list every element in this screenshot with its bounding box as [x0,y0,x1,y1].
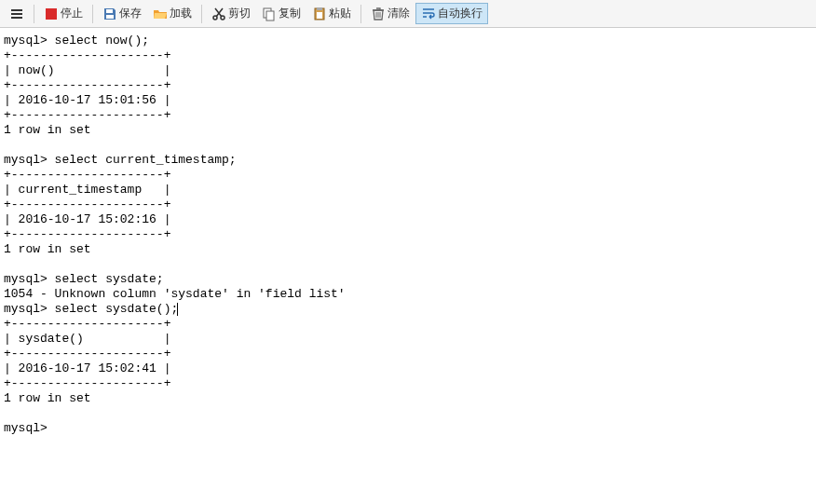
console-line: | 2016-10-17 15:02:41 | [4,361,170,375]
console-line: | current_timestamp | [4,183,170,197]
console-line: mysql> select sysdate(); [4,302,178,316]
console-line: +---------------------+ [4,227,170,241]
console-line: +---------------------+ [4,376,170,390]
console-line: +---------------------+ [4,168,170,182]
separator [34,5,34,23]
paste-icon [312,7,327,21]
separator [92,5,93,23]
cut-label: 剪切 [228,6,251,21]
trash-icon [371,7,386,21]
console-line: 1 row in set [4,242,91,256]
console-line: 1 row in set [4,123,91,137]
console-line: +---------------------+ [4,48,170,62]
paste-label: 粘贴 [329,6,351,21]
svg-rect-9 [317,12,322,19]
stop-icon [44,7,59,21]
svg-rect-1 [106,9,113,13]
console-line: 1054 - Unknown column 'sysdate' in 'fiel… [4,287,346,301]
separator [360,5,361,23]
console-line: 1 row in set [4,391,91,405]
copy-icon [262,7,277,21]
toolbar: 停止 保存 加载 剪切 复制 粘贴 清除 [0,0,816,28]
console-line: | now() | [4,63,170,77]
save-icon [102,7,117,21]
console-line: | sysdate() | [4,332,170,346]
svg-rect-0 [46,8,57,20]
clear-button[interactable]: 清除 [365,3,415,24]
console-line: +---------------------+ [4,108,170,122]
console-line: +---------------------+ [4,317,170,331]
separator [201,5,202,23]
console-output[interactable]: mysql> select now(); +------------------… [0,28,816,504]
console-line: mysql> select now(); [4,34,149,48]
folder-open-icon [153,7,168,21]
scissors-icon [211,7,226,21]
console-line: +---------------------+ [4,198,170,211]
console-line: | 2016-10-17 15:02:16 | [4,212,170,226]
wrap-icon [421,7,436,21]
console-line: +---------------------+ [4,347,170,361]
save-button[interactable]: 保存 [97,3,147,24]
clear-label: 清除 [388,6,410,21]
text-cursor [177,303,178,316]
cut-button[interactable]: 剪切 [206,3,256,24]
menu-button[interactable] [4,4,30,24]
copy-label: 复制 [279,6,301,21]
paste-button[interactable]: 粘贴 [306,3,357,24]
save-label: 保存 [119,6,142,21]
wrap-label: 自动换行 [438,6,483,21]
stop-label: 停止 [61,6,83,21]
menu-icon [9,7,24,21]
console-line: | 2016-10-17 15:01:56 | [4,93,170,107]
svg-rect-2 [106,15,114,19]
wrap-button[interactable]: 自动换行 [415,3,488,24]
copy-button[interactable]: 复制 [256,3,306,24]
svg-rect-8 [317,7,322,10]
load-label: 加载 [170,6,192,21]
load-button[interactable]: 加载 [147,3,197,24]
console-line: mysql> [4,421,55,435]
stop-button[interactable]: 停止 [38,3,88,24]
console-line: +---------------------+ [4,78,170,92]
svg-rect-6 [266,11,274,20]
console-line: mysql> select sysdate; [4,272,164,286]
console-line: mysql> select current_timestamp; [4,153,237,167]
